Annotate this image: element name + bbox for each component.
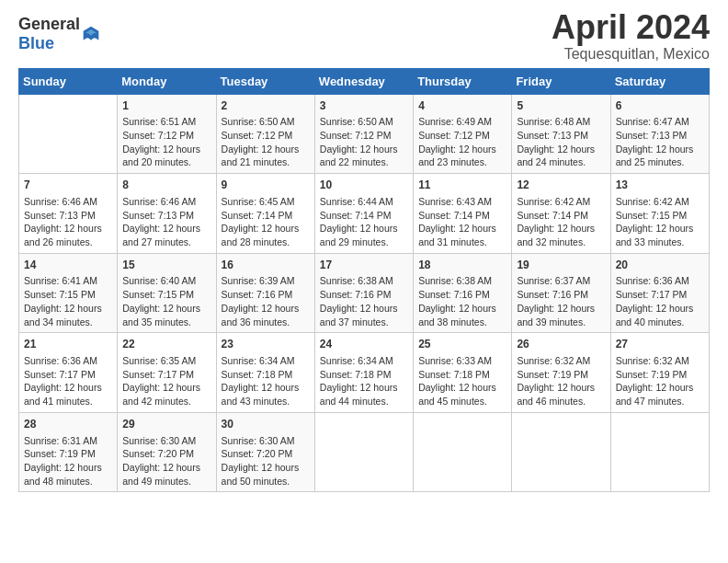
- calendar-cell: 18Sunrise: 6:38 AM Sunset: 7:16 PM Dayli…: [414, 253, 512, 333]
- calendar-cell: 15Sunrise: 6:40 AM Sunset: 7:15 PM Dayli…: [118, 253, 216, 333]
- day-info: Sunrise: 6:36 AM Sunset: 7:17 PM Dayligh…: [24, 354, 112, 408]
- day-number: 5: [517, 98, 605, 114]
- calendar-week-4: 21Sunrise: 6:36 AM Sunset: 7:17 PM Dayli…: [19, 333, 710, 413]
- calendar-cell: [19, 94, 118, 174]
- day-info: Sunrise: 6:40 AM Sunset: 7:15 PM Dayligh…: [122, 274, 210, 328]
- month-title: April 2024: [552, 9, 710, 46]
- header: General Blue April 2024 Tequesquitlan, M…: [18, 9, 710, 63]
- calendar-cell: 1Sunrise: 6:51 AM Sunset: 7:12 PM Daylig…: [118, 94, 216, 174]
- calendar-week-1: 1Sunrise: 6:51 AM Sunset: 7:12 PM Daylig…: [19, 94, 710, 174]
- calendar-cell: 8Sunrise: 6:46 AM Sunset: 7:13 PM Daylig…: [118, 174, 216, 254]
- calendar-cell: 14Sunrise: 6:41 AM Sunset: 7:15 PM Dayli…: [19, 253, 118, 333]
- day-info: Sunrise: 6:30 AM Sunset: 7:20 PM Dayligh…: [222, 434, 310, 488]
- day-info: Sunrise: 6:47 AM Sunset: 7:13 PM Dayligh…: [616, 115, 704, 169]
- day-number: 8: [122, 178, 210, 193]
- calendar-cell: 28Sunrise: 6:31 AM Sunset: 7:19 PM Dayli…: [19, 412, 118, 492]
- calendar-cell: 22Sunrise: 6:35 AM Sunset: 7:17 PM Dayli…: [118, 333, 216, 413]
- calendar-cell: 19Sunrise: 6:37 AM Sunset: 7:16 PM Dayli…: [512, 253, 610, 333]
- calendar-cell: 2Sunrise: 6:50 AM Sunset: 7:12 PM Daylig…: [216, 94, 314, 174]
- day-info: Sunrise: 6:34 AM Sunset: 7:18 PM Dayligh…: [222, 354, 310, 408]
- day-info: Sunrise: 6:33 AM Sunset: 7:18 PM Dayligh…: [418, 354, 506, 408]
- calendar-cell: 5Sunrise: 6:48 AM Sunset: 7:13 PM Daylig…: [512, 94, 610, 174]
- day-info: Sunrise: 6:48 AM Sunset: 7:13 PM Dayligh…: [517, 115, 605, 169]
- calendar-cell: 24Sunrise: 6:34 AM Sunset: 7:18 PM Dayli…: [314, 333, 413, 413]
- calendar-cell: 9Sunrise: 6:45 AM Sunset: 7:14 PM Daylig…: [216, 174, 314, 254]
- col-header-tuesday: Tuesday: [216, 68, 314, 94]
- calendar-cell: [610, 412, 709, 492]
- day-info: Sunrise: 6:37 AM Sunset: 7:16 PM Dayligh…: [517, 274, 605, 328]
- col-header-monday: Monday: [118, 68, 216, 94]
- day-info: Sunrise: 6:30 AM Sunset: 7:20 PM Dayligh…: [122, 434, 210, 488]
- calendar-cell: 7Sunrise: 6:46 AM Sunset: 7:13 PM Daylig…: [19, 174, 118, 254]
- calendar-cell: 13Sunrise: 6:42 AM Sunset: 7:15 PM Dayli…: [610, 174, 709, 254]
- calendar-cell: 23Sunrise: 6:34 AM Sunset: 7:18 PM Dayli…: [216, 333, 314, 413]
- day-number: 18: [418, 258, 506, 273]
- day-info: Sunrise: 6:42 AM Sunset: 7:15 PM Dayligh…: [616, 195, 704, 249]
- day-info: Sunrise: 6:35 AM Sunset: 7:17 PM Dayligh…: [122, 354, 210, 408]
- day-number: 21: [24, 337, 112, 352]
- day-info: Sunrise: 6:38 AM Sunset: 7:16 PM Dayligh…: [320, 274, 408, 328]
- day-number: 15: [122, 258, 210, 273]
- calendar-cell: [512, 412, 610, 492]
- day-number: 4: [418, 98, 506, 114]
- day-info: Sunrise: 6:32 AM Sunset: 7:19 PM Dayligh…: [616, 354, 704, 408]
- day-info: Sunrise: 6:38 AM Sunset: 7:16 PM Dayligh…: [418, 274, 506, 328]
- logo-general-text: General Blue: [18, 15, 80, 53]
- calendar-week-2: 7Sunrise: 6:46 AM Sunset: 7:13 PM Daylig…: [19, 174, 710, 254]
- day-number: 28: [24, 417, 112, 432]
- day-number: 9: [222, 178, 310, 193]
- calendar-cell: 12Sunrise: 6:42 AM Sunset: 7:14 PM Dayli…: [512, 174, 610, 254]
- day-number: 6: [616, 98, 704, 114]
- day-info: Sunrise: 6:41 AM Sunset: 7:15 PM Dayligh…: [24, 274, 112, 328]
- calendar-cell: 10Sunrise: 6:44 AM Sunset: 7:14 PM Dayli…: [314, 174, 413, 254]
- day-info: Sunrise: 6:46 AM Sunset: 7:13 PM Dayligh…: [24, 195, 112, 249]
- day-info: Sunrise: 6:43 AM Sunset: 7:14 PM Dayligh…: [418, 195, 506, 249]
- calendar-cell: 6Sunrise: 6:47 AM Sunset: 7:13 PM Daylig…: [610, 94, 709, 174]
- calendar-cell: 30Sunrise: 6:30 AM Sunset: 7:20 PM Dayli…: [216, 412, 314, 492]
- day-number: 2: [222, 98, 310, 114]
- day-info: Sunrise: 6:42 AM Sunset: 7:14 PM Dayligh…: [517, 195, 605, 249]
- day-number: 1: [122, 98, 210, 114]
- day-number: 11: [418, 178, 506, 193]
- day-number: 29: [122, 417, 210, 432]
- calendar-cell: 29Sunrise: 6:30 AM Sunset: 7:20 PM Dayli…: [118, 412, 216, 492]
- calendar-table: SundayMondayTuesdayWednesdayThursdayFrid…: [18, 68, 710, 493]
- title-area: April 2024 Tequesquitlan, Mexico: [552, 9, 710, 63]
- day-number: 16: [222, 258, 310, 273]
- calendar-cell: 11Sunrise: 6:43 AM Sunset: 7:14 PM Dayli…: [414, 174, 512, 254]
- day-info: Sunrise: 6:50 AM Sunset: 7:12 PM Dayligh…: [320, 115, 408, 169]
- logo-icon: [82, 25, 100, 43]
- calendar-cell: [314, 412, 413, 492]
- day-number: 19: [517, 258, 605, 273]
- calendar-week-3: 14Sunrise: 6:41 AM Sunset: 7:15 PM Dayli…: [19, 253, 710, 333]
- day-number: 22: [122, 337, 210, 352]
- logo: General Blue: [18, 9, 100, 53]
- day-info: Sunrise: 6:49 AM Sunset: 7:12 PM Dayligh…: [418, 115, 506, 169]
- day-info: Sunrise: 6:51 AM Sunset: 7:12 PM Dayligh…: [122, 115, 210, 169]
- day-number: 26: [517, 337, 605, 352]
- day-info: Sunrise: 6:44 AM Sunset: 7:14 PM Dayligh…: [320, 195, 408, 249]
- col-header-saturday: Saturday: [610, 68, 709, 94]
- calendar-cell: 4Sunrise: 6:49 AM Sunset: 7:12 PM Daylig…: [414, 94, 512, 174]
- day-info: Sunrise: 6:45 AM Sunset: 7:14 PM Dayligh…: [222, 195, 310, 249]
- day-number: 14: [24, 258, 112, 273]
- calendar-cell: [414, 412, 512, 492]
- calendar-cell: 25Sunrise: 6:33 AM Sunset: 7:18 PM Dayli…: [414, 333, 512, 413]
- calendar-cell: 26Sunrise: 6:32 AM Sunset: 7:19 PM Dayli…: [512, 333, 610, 413]
- calendar-header-row: SundayMondayTuesdayWednesdayThursdayFrid…: [19, 68, 710, 94]
- day-info: Sunrise: 6:50 AM Sunset: 7:12 PM Dayligh…: [222, 115, 310, 169]
- day-number: 7: [24, 178, 112, 193]
- location-title: Tequesquitlan, Mexico: [552, 46, 710, 63]
- day-number: 27: [616, 337, 704, 352]
- calendar-cell: 3Sunrise: 6:50 AM Sunset: 7:12 PM Daylig…: [314, 94, 413, 174]
- day-info: Sunrise: 6:46 AM Sunset: 7:13 PM Dayligh…: [122, 195, 210, 249]
- col-header-thursday: Thursday: [414, 68, 512, 94]
- day-number: 20: [616, 258, 704, 273]
- day-number: 17: [320, 258, 408, 273]
- calendar-cell: 27Sunrise: 6:32 AM Sunset: 7:19 PM Dayli…: [610, 333, 709, 413]
- day-info: Sunrise: 6:34 AM Sunset: 7:18 PM Dayligh…: [320, 354, 408, 408]
- day-number: 23: [222, 337, 310, 352]
- day-number: 12: [517, 178, 605, 193]
- day-info: Sunrise: 6:36 AM Sunset: 7:17 PM Dayligh…: [616, 274, 704, 328]
- calendar-cell: 16Sunrise: 6:39 AM Sunset: 7:16 PM Dayli…: [216, 253, 314, 333]
